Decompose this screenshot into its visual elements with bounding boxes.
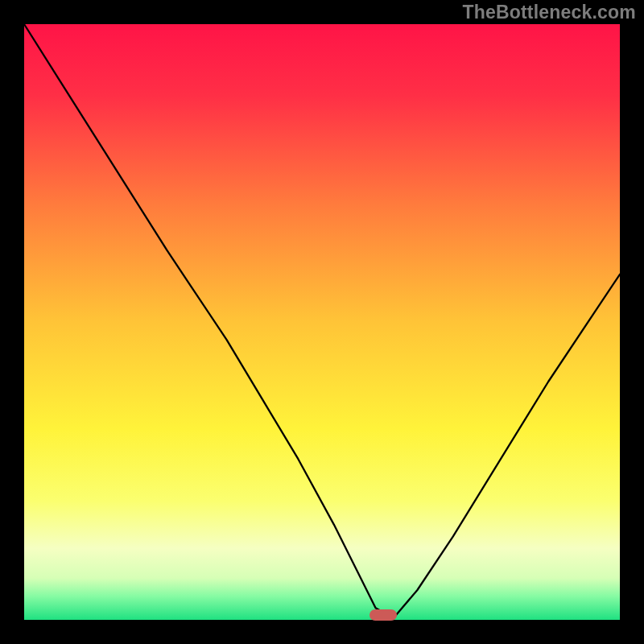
- plot-area: [24, 24, 620, 620]
- bottleneck-marker: [369, 609, 397, 621]
- bottleneck-curve-path: [24, 24, 620, 618]
- curve-svg: [24, 24, 620, 620]
- chart-frame: TheBottleneck.com: [0, 0, 644, 644]
- watermark-text: TheBottleneck.com: [462, 2, 636, 23]
